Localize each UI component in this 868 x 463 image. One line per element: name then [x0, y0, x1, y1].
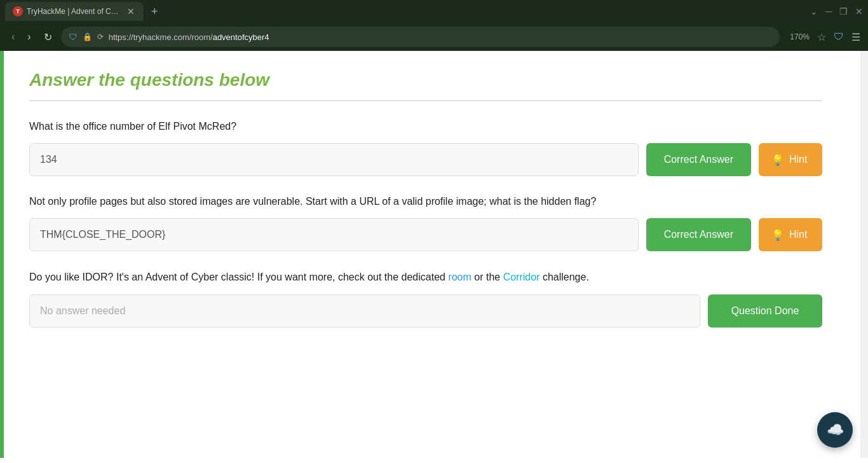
question-text-2: Not only profile pages but also stored i… — [29, 194, 822, 209]
info-text-middle: or the — [471, 272, 503, 282]
refresh-button[interactable]: ↻ — [40, 29, 56, 46]
scrollbar-track[interactable] — [860, 51, 868, 458]
question-done-button[interactable]: Question Done — [708, 294, 822, 328]
forward-button[interactable]: › — [24, 29, 34, 45]
question-block-3: Do you like IDOR? It's an Advent of Cybe… — [29, 269, 822, 328]
window-list-button[interactable]: ⌄ — [810, 6, 818, 17]
url-text: https://tryhackme.com/room/adventofcyber… — [109, 32, 773, 42]
security-shield-icon: 🛡 — [69, 32, 78, 42]
question-block-2: Not only profile pages but also stored i… — [29, 194, 822, 251]
hint-bulb-icon-2: 💡 — [771, 229, 784, 241]
chat-fab-button[interactable]: ☁️ — [817, 412, 853, 448]
browser-nav: ‹ › ↻ 🛡 🔒 ⟳ https://tryhackme.com/room/a… — [0, 23, 868, 51]
shield-right-icon: 🛡 — [834, 31, 844, 43]
answer-input-3[interactable] — [29, 294, 700, 328]
section-title: Answer the questions below — [29, 70, 822, 90]
question-row-2: Correct Answer 💡 Hint — [29, 218, 822, 251]
address-bar[interactable]: 🛡 🔒 ⟳ https://tryhackme.com/room/advento… — [61, 27, 780, 47]
answer-input-2[interactable] — [29, 218, 639, 251]
tab-close-button[interactable]: ✕ — [126, 5, 136, 18]
main-content: Answer the questions below What is the o… — [4, 51, 860, 458]
hint-button-2[interactable]: 💡 Hint — [759, 218, 822, 251]
question-row-3: Question Done — [29, 294, 822, 328]
lock-icon: 🔒 — [83, 32, 92, 41]
window-maximize-button[interactable]: ❐ — [839, 6, 848, 17]
browser-titlebar: T TryHackMe | Advent of Cyber 2 ✕ + ⌄ ─ … — [0, 0, 868, 23]
section-divider — [29, 100, 822, 101]
bookmark-icon[interactable]: ☆ — [817, 31, 826, 43]
tab-title: TryHackMe | Advent of Cyber 2 — [27, 7, 122, 16]
window-controls: ⌄ ─ ❐ ✕ — [810, 6, 863, 17]
browser-tab[interactable]: T TryHackMe | Advent of Cyber 2 ✕ — [5, 2, 144, 21]
hint-bulb-icon-1: 💡 — [771, 154, 784, 166]
nav-right: 170% ☆ 🛡 ☰ — [790, 31, 860, 43]
info-text-before: Do you like IDOR? It's an Advent of Cybe… — [29, 272, 448, 282]
sync-icon: ⟳ — [97, 32, 104, 41]
window-close-button[interactable]: ✕ — [855, 6, 863, 17]
info-text-3: Do you like IDOR? It's an Advent of Cybe… — [29, 269, 822, 286]
hint-label-1: Hint — [789, 154, 807, 165]
chat-fab-icon: ☁️ — [827, 422, 844, 438]
new-tab-button[interactable]: + — [146, 5, 163, 18]
room-link[interactable]: room — [448, 272, 471, 282]
info-text-after: challenge. — [539, 272, 588, 282]
zoom-level: 170% — [790, 32, 810, 41]
window-minimize-button[interactable]: ─ — [825, 6, 832, 17]
correct-answer-button-1[interactable]: Correct Answer — [646, 143, 751, 176]
tab-favicon: T — [13, 6, 23, 17]
correct-answer-button-2[interactable]: Correct Answer — [646, 218, 751, 251]
page-content: Answer the questions below What is the o… — [0, 51, 868, 458]
browser-chrome: T TryHackMe | Advent of Cyber 2 ✕ + ⌄ ─ … — [0, 0, 868, 51]
answer-input-1[interactable] — [29, 143, 639, 176]
question-block-1: What is the office number of Elf Pivot M… — [29, 119, 822, 176]
menu-icon[interactable]: ☰ — [851, 31, 860, 43]
hint-button-1[interactable]: 💡 Hint — [759, 143, 822, 176]
question-text-1: What is the office number of Elf Pivot M… — [29, 119, 822, 134]
back-button[interactable]: ‹ — [8, 29, 18, 45]
hint-label-2: Hint — [789, 229, 807, 240]
corridor-link[interactable]: Corridor — [503, 272, 540, 282]
question-row-1: Correct Answer 💡 Hint — [29, 143, 822, 176]
